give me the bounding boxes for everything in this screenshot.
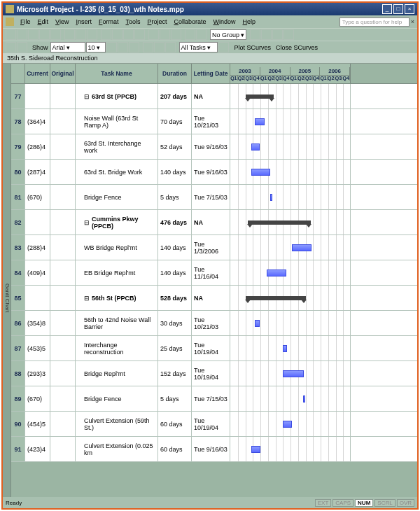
cell-taskname[interactable]: Noise Wall (63rd St Ramp A) — [76, 109, 158, 134]
cell-current[interactable]: (453)5 — [25, 336, 50, 360]
cell-letting[interactable]: NA — [192, 210, 230, 234]
cell-letting[interactable]: Tue 7/15/03 — [192, 386, 230, 411]
cell-duration[interactable]: 140 days — [158, 160, 192, 184]
new-icon[interactable] — [6, 29, 16, 40]
cell-current[interactable] — [25, 286, 50, 310]
task-bar[interactable] — [270, 194, 272, 201]
task-row[interactable]: 7763rd St (PPCB)207 daysNA — [11, 84, 417, 109]
split-icon[interactable] — [134, 29, 145, 40]
cell-current[interactable]: (670) — [25, 185, 50, 209]
cell-letting[interactable]: Tue 9/16/03 — [192, 160, 230, 184]
close-button[interactable]: × — [405, 4, 414, 14]
cell-duration[interactable]: 60 days — [158, 412, 192, 436]
task-row[interactable]: 80(287)463rd St. Bridge Work140 daysTue … — [11, 160, 417, 185]
cell-letting[interactable]: Tue 7/15/03 — [192, 185, 230, 209]
cell-taskname[interactable]: Bridge Repl'mt — [76, 361, 158, 386]
cell-taskname[interactable]: Bridge Fence — [76, 386, 158, 411]
autofilter-icon[interactable] — [218, 42, 229, 52]
gantt-cell[interactable] — [230, 210, 351, 234]
task-row[interactable]: 8556th St (PPCB)528 daysNA — [11, 286, 417, 311]
menu-project[interactable]: Project — [144, 18, 170, 26]
menu-insert[interactable]: Insert — [72, 18, 95, 26]
fontsize-select[interactable]: 10▾ — [86, 42, 106, 52]
align-right-icon[interactable] — [165, 42, 176, 52]
task-bar[interactable] — [303, 396, 305, 402]
gantt-cell[interactable] — [230, 311, 351, 335]
cell-duration[interactable]: 140 days — [158, 260, 192, 285]
task-row[interactable]: 79(286)463rd St. Interchange work52 days… — [11, 134, 417, 160]
task-row[interactable]: 87(453)5Interchange reconstruction25 day… — [11, 336, 417, 361]
cell-duration[interactable]: 52 days — [158, 134, 192, 159]
gantt-cell[interactable] — [230, 134, 351, 159]
gantt-cell[interactable] — [230, 109, 351, 134]
task-grid[interactable]: 7763rd St (PPCB)207 daysNA78(364)4Noise … — [11, 84, 417, 497]
cell-taskname[interactable]: WB Bridge Repl'mt — [76, 235, 158, 260]
cell-duration[interactable]: 5 days — [158, 386, 192, 411]
cell-current[interactable]: (423)4 — [25, 437, 50, 461]
menu-tools[interactable]: Tools — [122, 18, 144, 26]
cell-current[interactable]: (287)4 — [25, 160, 50, 184]
row-number[interactable]: 79 — [11, 134, 25, 159]
row-number[interactable]: 87 — [11, 336, 25, 360]
cell-letting[interactable]: NA — [192, 84, 230, 108]
cell-original[interactable] — [50, 185, 76, 209]
cell-original[interactable] — [50, 210, 76, 234]
cell-taskname[interactable]: 63rd St. Interchange work — [76, 134, 158, 159]
cell-original[interactable] — [50, 412, 76, 436]
cell-current[interactable]: (364)4 — [25, 109, 50, 134]
row-number[interactable]: 90 — [11, 412, 25, 436]
link-icon[interactable] — [112, 29, 122, 40]
task-row[interactable]: 90(454)5Culvert Extension (59th St.)60 d… — [11, 412, 417, 437]
col-letting[interactable]: Letting Date — [192, 64, 230, 83]
cell-taskname[interactable]: 56th to 42nd Noise Wall Barrier — [76, 311, 158, 335]
task-bar[interactable] — [251, 144, 260, 150]
paste-icon[interactable] — [87, 29, 97, 40]
task-row[interactable]: 86(354)856th to 42nd Noise Wall Barrier3… — [11, 311, 417, 336]
col-rownum[interactable] — [11, 64, 25, 83]
cell-duration[interactable]: 70 days — [158, 109, 192, 134]
control-menu-icon[interactable] — [6, 18, 14, 26]
task-bar[interactable] — [251, 446, 260, 453]
help-icon[interactable] — [284, 29, 294, 40]
plot-scurves-button[interactable]: Plot SCurves — [232, 44, 274, 51]
outdent-icon[interactable] — [6, 42, 16, 52]
cell-original[interactable] — [50, 235, 76, 260]
doc-close-button[interactable]: × — [411, 18, 414, 25]
menu-file[interactable]: File — [17, 18, 34, 26]
col-duration[interactable]: Duration — [158, 64, 192, 83]
help-search-input[interactable]: Type a question for help — [340, 18, 410, 27]
cell-letting[interactable]: Tue 1/3/2006 — [192, 235, 230, 260]
cell-original[interactable] — [50, 84, 76, 108]
col-current[interactable]: Current — [25, 64, 50, 83]
col-taskname[interactable]: Task Name — [76, 64, 158, 83]
copy-icon[interactable] — [76, 29, 86, 40]
cell-original[interactable] — [50, 160, 76, 184]
menu-collaborate[interactable]: Collaborate — [171, 18, 210, 26]
cell-duration[interactable]: 152 days — [158, 361, 192, 386]
minimize-button[interactable]: _ — [382, 4, 392, 14]
row-number[interactable]: 77 — [11, 84, 25, 108]
menu-window[interactable]: Window — [210, 18, 239, 26]
task-bar[interactable] — [283, 370, 304, 377]
cell-duration[interactable]: 5 days — [158, 185, 192, 209]
menu-help[interactable]: Help — [239, 18, 260, 26]
cell-duration[interactable]: 528 days — [158, 286, 192, 310]
row-number[interactable]: 85 — [11, 286, 25, 310]
task-row[interactable]: 84(409)4EB Bridge Repl'mt140 daysTue 11/… — [11, 260, 417, 286]
gantt-cell[interactable] — [230, 386, 351, 411]
gantt-cell[interactable] — [230, 361, 351, 386]
cell-taskname[interactable]: Interchange reconstruction — [76, 336, 158, 360]
preview-icon[interactable] — [50, 29, 61, 40]
cut-icon[interactable] — [64, 29, 75, 40]
goto-icon[interactable] — [196, 29, 206, 40]
maximize-button[interactable]: □ — [393, 4, 403, 14]
cell-letting[interactable]: Tue 10/19/04 — [192, 361, 230, 386]
cell-current[interactable]: (286)4 — [25, 134, 50, 159]
task-row[interactable]: 88(293)3Bridge Repl'mt152 daysTue 10/19/… — [11, 361, 417, 386]
gantt-cell[interactable] — [230, 185, 351, 209]
cell-taskname[interactable]: 56th St (PPCB) — [76, 286, 158, 310]
cell-letting[interactable]: Tue 11/16/04 — [192, 260, 230, 285]
row-number[interactable]: 84 — [11, 260, 25, 285]
cell-original[interactable] — [50, 386, 76, 411]
cell-current[interactable]: (288)4 — [25, 235, 50, 260]
